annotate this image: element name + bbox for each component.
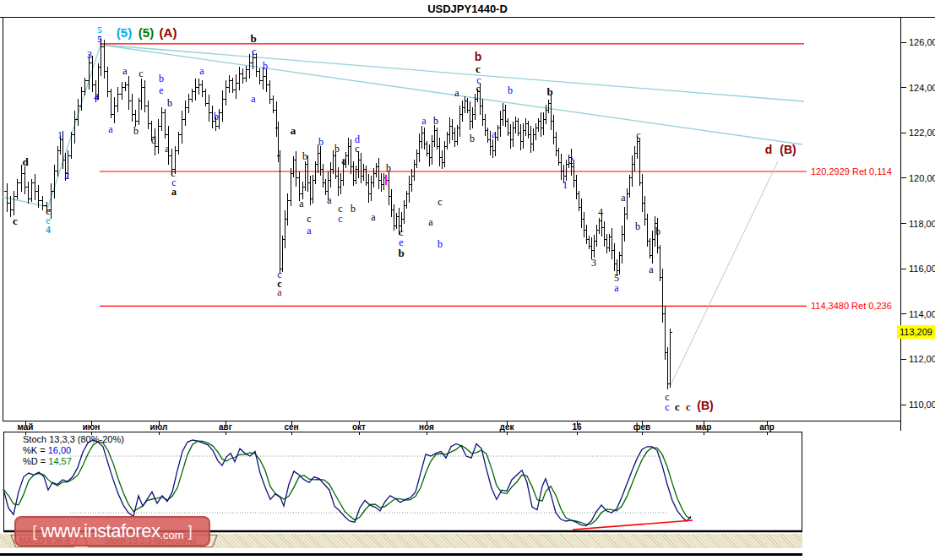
wave-label: d bbox=[22, 155, 29, 168]
bottom-divider bbox=[0, 553, 802, 556]
stoch-indicator-title: Stoch 13,3,3 (80%-20%) bbox=[23, 434, 124, 445]
chart-window: USDJPY1440-D 126,000124,000122,000120,00… bbox=[0, 0, 935, 560]
wave-label: a bbox=[171, 186, 177, 198]
wave-label: (B) bbox=[697, 399, 713, 412]
stoch-d-readout: %D = 14,57 bbox=[23, 456, 124, 467]
wave-label: a bbox=[428, 216, 433, 228]
wave-label: 4 bbox=[598, 206, 603, 218]
watermark-text: www.instaforex bbox=[41, 520, 160, 542]
wave-label: b bbox=[318, 136, 323, 148]
wave-label: c bbox=[139, 68, 143, 79]
wave-label: b bbox=[433, 115, 438, 127]
price-axis-label: 126,000 bbox=[909, 37, 935, 47]
stoch-d-value: 14,57 bbox=[48, 456, 72, 466]
wave-label: d bbox=[765, 143, 773, 156]
wave-label: c bbox=[476, 83, 481, 93]
price-axis-label: 110,000 bbox=[909, 400, 935, 410]
wave-label: (5) bbox=[117, 25, 132, 40]
wave-label: c bbox=[476, 63, 481, 75]
price-axis-label: 114,000 bbox=[909, 309, 935, 319]
x-axis-month-label: авг bbox=[219, 422, 232, 432]
stoch-k-readout: %K = 16,00 bbox=[23, 445, 124, 456]
price-axis-label: 118,000 bbox=[909, 219, 935, 229]
wave-label: b bbox=[438, 238, 443, 250]
wave-label: c bbox=[307, 213, 311, 225]
wave-label: a bbox=[421, 115, 427, 127]
wave-label: a bbox=[614, 282, 619, 294]
current-price-tag: 113,209 bbox=[897, 325, 935, 339]
wave-label: d bbox=[151, 134, 156, 146]
wave-label: a bbox=[108, 123, 113, 135]
price-axis-label: 120,000 bbox=[909, 173, 935, 183]
wave-label: 3 bbox=[591, 257, 596, 269]
wave-label: a bbox=[454, 87, 459, 99]
wave-label: 1 bbox=[57, 129, 63, 141]
price-axis-label: 112,000 bbox=[909, 354, 935, 364]
wave-label: b bbox=[214, 111, 219, 122]
watermark-bracket-right: ] bbox=[188, 522, 193, 541]
x-axis-month-label: фев bbox=[633, 422, 650, 432]
wave-label: b bbox=[508, 84, 513, 96]
wave-label: (5) bbox=[139, 25, 154, 40]
wave-label: c bbox=[252, 46, 256, 57]
wave-label: b bbox=[398, 247, 404, 259]
wave-label: (A) bbox=[160, 25, 177, 40]
wave-label: e bbox=[159, 84, 163, 96]
x-axis-month-label: 16 bbox=[572, 422, 582, 432]
wave-label: a bbox=[299, 198, 304, 209]
watermark-suffix: .com bbox=[160, 529, 183, 541]
wave-label: c bbox=[665, 401, 669, 413]
gray-projection-line bbox=[671, 161, 778, 385]
wave-label: a bbox=[251, 93, 256, 105]
price-axis-label: 116,000 bbox=[909, 264, 935, 274]
fib-level-label: 114,3480 Ret 0,236 bbox=[811, 301, 892, 311]
instaforex-watermark: [ www.instaforex .com ] bbox=[14, 516, 210, 546]
x-axis-month-label: июн bbox=[83, 422, 101, 432]
wave-label: b bbox=[302, 150, 307, 162]
wave-label: a bbox=[277, 286, 282, 298]
wave-label: a bbox=[199, 65, 204, 77]
wave-label: b bbox=[470, 133, 475, 144]
wave-label: a bbox=[122, 65, 128, 77]
wave-label: b bbox=[159, 73, 164, 84]
x-axis-month-label: мар bbox=[696, 422, 712, 432]
wave-label: a bbox=[492, 128, 497, 140]
wave-label: c bbox=[13, 215, 18, 227]
x-axis-month-label: окт bbox=[352, 422, 366, 432]
wave-label: 1 bbox=[563, 179, 568, 191]
x-axis-month-label: сен bbox=[284, 422, 298, 432]
wave-label: b bbox=[133, 125, 139, 137]
wave-label: 2 bbox=[568, 155, 574, 166]
wave-label: a bbox=[649, 264, 654, 275]
price-axis-label: 122,000 bbox=[909, 128, 935, 138]
x-axis-month-label: июл bbox=[150, 422, 168, 432]
wave-label: b bbox=[655, 226, 660, 237]
chart-graphics[interactable]: 126,000124,000122,000120,000118,000116,0… bbox=[0, 0, 935, 560]
wave-label: c bbox=[636, 129, 640, 141]
x-axis-month-label: май bbox=[18, 422, 34, 432]
wave-label: c bbox=[355, 143, 359, 155]
wave-label: b bbox=[546, 85, 552, 98]
wave-label: (B) bbox=[780, 143, 796, 156]
wave-label: 5 bbox=[97, 34, 102, 44]
wave-label: c bbox=[686, 400, 691, 413]
wave-label: b bbox=[250, 32, 256, 45]
fib-level-label: 120,2929 Ret 0,114 bbox=[811, 166, 892, 177]
wave-label: c bbox=[338, 213, 342, 225]
wave-label: a bbox=[621, 192, 626, 204]
x-axis-month-label: апр bbox=[759, 422, 775, 432]
wave-label: b bbox=[386, 162, 391, 174]
watermark-bracket-left: [ bbox=[32, 522, 36, 541]
cyan-trendline bbox=[101, 45, 804, 101]
wave-label: 2 bbox=[64, 170, 69, 182]
wave-label: b bbox=[334, 143, 340, 155]
wave-label: b bbox=[167, 97, 172, 109]
wave-label: a bbox=[341, 155, 346, 166]
wave-label: b bbox=[263, 60, 268, 72]
wave-label: c bbox=[675, 400, 680, 413]
wave-label: 4 bbox=[46, 224, 51, 236]
wave-label: 3 bbox=[87, 49, 92, 61]
price-axis-label: 124,000 bbox=[909, 83, 935, 93]
wave-label: b bbox=[475, 50, 482, 63]
wave-label: a bbox=[307, 225, 312, 237]
